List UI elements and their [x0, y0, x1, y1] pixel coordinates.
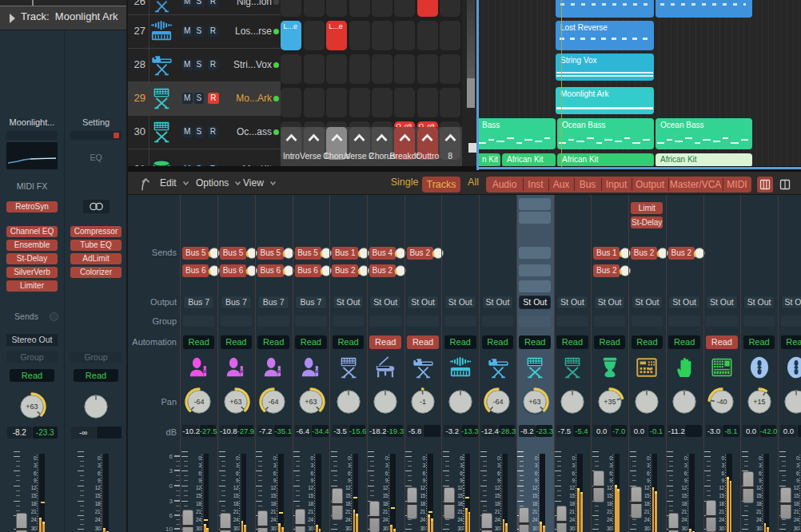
svg-text:+63: +63: [26, 403, 38, 411]
